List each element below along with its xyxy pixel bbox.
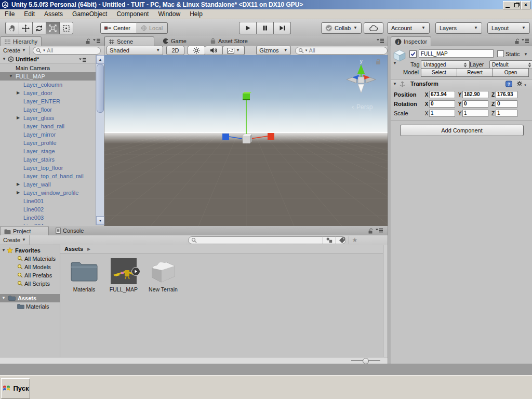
hierarchy-scene-row[interactable]: ▼ Untitled* xyxy=(0,55,96,64)
menu-window[interactable]: Window xyxy=(153,9,185,19)
scrollbar-thumb[interactable] xyxy=(97,64,104,113)
hierarchy-item[interactable]: Layer_stage xyxy=(0,147,96,155)
hierarchy-create-button[interactable]: Create▼ xyxy=(0,46,30,55)
fold-closed-icon[interactable]: ▶ xyxy=(17,180,20,189)
hierarchy-item[interactable]: Layer_ENTER xyxy=(0,97,96,105)
position-z-field[interactable]: 176.93 xyxy=(496,91,517,98)
collab-dropdown[interactable]: Collab▼ xyxy=(321,22,362,34)
assets-child[interactable]: Materials xyxy=(0,302,60,311)
tab-asset-store[interactable]: Asset Store xyxy=(206,36,251,46)
fold-open-icon[interactable]: ▼ xyxy=(9,72,13,81)
assets-scrollbar[interactable] xyxy=(383,245,388,357)
hierarchy-item[interactable]: Main Camera xyxy=(0,64,96,72)
position-y-field[interactable]: 182.90 xyxy=(462,91,488,98)
tab-hierarchy[interactable]: Hierarchy xyxy=(0,36,42,46)
open-button[interactable]: Open xyxy=(493,68,529,77)
lock-icon[interactable] xyxy=(515,38,520,45)
static-checkbox[interactable] xyxy=(497,50,504,57)
menu-file[interactable]: File xyxy=(0,9,19,19)
layers-dropdown[interactable]: Layers▼ xyxy=(435,22,482,34)
lock-icon[interactable] xyxy=(86,38,90,45)
hierarchy-item[interactable]: ▶Layer_door xyxy=(0,89,96,97)
asset-terrain[interactable]: New Terrain xyxy=(143,258,183,292)
fold-closed-icon[interactable]: ▶ xyxy=(17,89,20,97)
audio-toggle-button[interactable] xyxy=(205,46,222,55)
scale-tool-button[interactable] xyxy=(46,22,60,34)
static-dropdown-icon[interactable]: ▼ xyxy=(524,52,528,57)
rect-tool-button[interactable] xyxy=(60,22,73,34)
favorite-item[interactable]: All Scripts xyxy=(0,280,60,288)
hierarchy-scrollbar[interactable]: ▲ ▼ xyxy=(96,55,104,225)
menu-gameobject[interactable]: GameObject xyxy=(68,9,112,19)
account-dropdown[interactable]: Account▼ xyxy=(387,22,430,34)
space-mode-button[interactable]: Local xyxy=(137,22,168,34)
favorite-item[interactable]: All Prefabs xyxy=(0,271,60,280)
expand-play-icon[interactable] xyxy=(131,267,140,276)
scroll-up-icon[interactable]: ▲ xyxy=(96,55,104,64)
favorite-item[interactable]: All Models xyxy=(0,263,60,271)
lock-icon[interactable] xyxy=(368,228,373,234)
close-button[interactable]: × xyxy=(521,1,530,9)
scroll-down-icon[interactable]: ▼ xyxy=(96,216,104,225)
scale-y-field[interactable]: 1 xyxy=(462,110,488,117)
start-button[interactable]: Пуск xyxy=(1,378,30,398)
hierarchy-item[interactable]: Layer_mirror xyxy=(0,130,96,139)
hierarchy-item[interactable]: Line002 xyxy=(0,205,96,214)
hierarchy-search-input[interactable]: ▼ All xyxy=(33,47,101,55)
effects-dropdown[interactable]: ▼ xyxy=(223,46,245,55)
gear-icon[interactable] xyxy=(516,81,523,87)
layout-dropdown[interactable]: Layout▼ xyxy=(487,22,530,34)
play-button[interactable] xyxy=(239,22,257,34)
rotation-x-field[interactable]: 0 xyxy=(429,100,455,108)
hierarchy-item[interactable]: ▶Layer_wall xyxy=(0,180,96,189)
panel-menu-icon[interactable] xyxy=(93,38,101,43)
panel-menu-icon[interactable] xyxy=(522,38,529,43)
pivot-mode-button[interactable]: Center xyxy=(100,22,137,34)
center-handle[interactable] xyxy=(243,134,252,143)
hierarchy-item[interactable]: ▶Layer_window_profile xyxy=(0,189,96,197)
active-checkbox[interactable] xyxy=(409,50,417,58)
select-button[interactable]: Select xyxy=(421,68,457,77)
menu-help[interactable]: Help xyxy=(185,9,207,19)
lighting-toggle-button[interactable] xyxy=(188,46,205,55)
hierarchy-item[interactable]: Layer_stairs xyxy=(0,155,96,164)
rotation-z-field[interactable]: 0 xyxy=(496,100,517,108)
window-titlebar[interactable]: Unity 5.5.0f3 Personal (64bit) - Untitle… xyxy=(0,0,532,9)
favorite-item[interactable]: All Materials xyxy=(0,255,60,263)
search-by-type-icon[interactable] xyxy=(323,236,335,244)
hierarchy-item[interactable]: ▶Layer_glass xyxy=(0,114,96,122)
hierarchy-item[interactable]: Layer_coloumn xyxy=(0,81,96,89)
rotation-y-field[interactable]: 0 xyxy=(462,100,488,108)
tab-console[interactable]: Console xyxy=(52,226,87,235)
fold-closed-icon[interactable]: ▶ xyxy=(17,189,20,197)
restore-button[interactable] xyxy=(512,1,521,9)
assets-root[interactable]: ▼Assets xyxy=(0,294,60,302)
favorites-group[interactable]: ▼Favorites xyxy=(0,246,60,255)
pause-button[interactable] xyxy=(257,22,274,34)
hierarchy-item[interactable]: Line004 xyxy=(0,222,96,225)
favorites-filter-icon[interactable]: ★ xyxy=(349,236,361,244)
tab-project[interactable]: Project xyxy=(0,226,49,236)
scene-viewport[interactable]: y ‹ Persp xyxy=(104,55,388,226)
scale-z-field[interactable]: 1 xyxy=(496,110,517,117)
hierarchy-item[interactable]: ▼FULL_MAP xyxy=(0,72,96,81)
object-name-field[interactable] xyxy=(419,49,494,58)
shading-mode-dropdown[interactable]: Shaded▼ xyxy=(107,46,163,55)
minimize-button[interactable] xyxy=(503,1,512,9)
search-by-label-icon[interactable] xyxy=(336,236,348,244)
fold-open-icon[interactable]: ▼ xyxy=(393,82,397,86)
menu-assets[interactable]: Assets xyxy=(39,9,68,19)
hierarchy-item[interactable]: Layer_hand_rail xyxy=(0,122,96,130)
hand-tool-button[interactable] xyxy=(5,22,19,34)
fold-closed-icon[interactable]: ▶ xyxy=(17,114,20,122)
panel-menu-icon[interactable] xyxy=(377,38,384,43)
menu-component[interactable]: Component xyxy=(112,9,153,19)
asset-folder[interactable]: Materials xyxy=(64,258,104,292)
2d-toggle-button[interactable]: 2D xyxy=(166,46,184,55)
hierarchy-item[interactable]: Line003 xyxy=(0,214,96,222)
panel-menu-icon[interactable] xyxy=(376,228,383,233)
hierarchy-item[interactable]: Layer_floor xyxy=(0,105,96,114)
step-button[interactable] xyxy=(274,22,291,34)
thumbnail-dropdown-icon[interactable]: ▼ xyxy=(393,61,397,65)
help-icon[interactable]: ? xyxy=(506,81,512,87)
